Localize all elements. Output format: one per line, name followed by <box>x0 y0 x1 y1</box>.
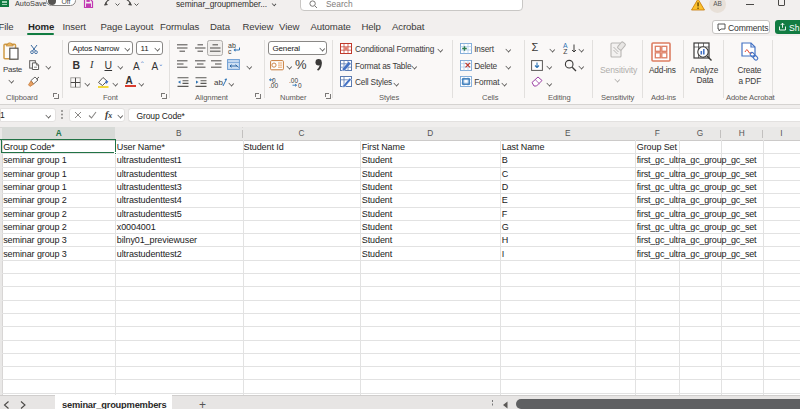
svg-text:0: 0 <box>298 81 302 88</box>
svg-text:c: c <box>228 48 232 55</box>
svg-text:ab: ab <box>214 78 223 87</box>
svg-text:.00: .00 <box>269 81 278 88</box>
svg-text:.00: .00 <box>289 76 298 83</box>
svg-text:Z: Z <box>563 48 567 55</box>
